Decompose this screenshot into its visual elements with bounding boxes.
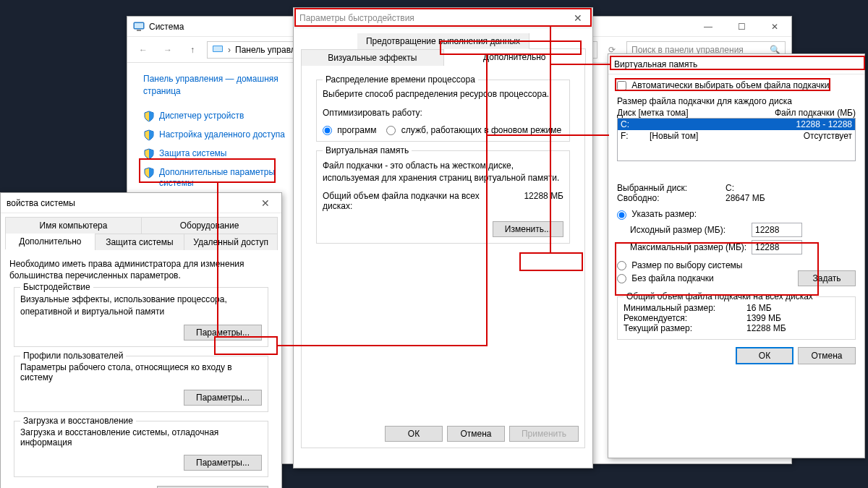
drive-row-c[interactable]: C: 12288 - 12288 <box>618 119 855 130</box>
cpu-desc: Выберите способ распределения ресурсов п… <box>323 89 563 99</box>
group-user-profiles: Профили пользователей Параметры рабочего… <box>14 356 268 412</box>
svg-rect-4 <box>213 46 222 51</box>
maximum-size-input[interactable] <box>752 240 802 254</box>
cancel-button[interactable]: Отмена <box>798 347 856 364</box>
group-performance: Быстродействие Визуальные эффекты, испол… <box>14 287 268 346</box>
admin-note: Необходимо иметь права администратора дл… <box>9 258 273 281</box>
close-button[interactable]: ✕ <box>563 9 592 27</box>
radio-system-managed[interactable]: Размер по выбору системы <box>617 260 856 270</box>
group-startup-recovery-desc: Загрузка и восстановление системы, отлад… <box>20 427 262 448</box>
shield-icon <box>143 129 155 141</box>
vm-total-value: 12288 МБ <box>524 191 563 201</box>
radio-background-services[interactable]: служб, работающих в фоновом режиме <box>386 125 561 135</box>
shield-icon <box>143 167 155 179</box>
tab-dep[interactable]: Предотвращение выполнения данных <box>357 33 529 49</box>
shield-icon <box>143 148 155 160</box>
drive-row-f[interactable]: F: [Новый том] Отсутствует <box>618 130 855 142</box>
group-startup-recovery: Загрузка и восстановление Загрузка и вос… <box>14 421 268 477</box>
performance-titlebar: Параметры быстродействия ✕ <box>294 8 592 28</box>
system-title: Система <box>149 22 184 32</box>
vm-desc: Файл подкачки - это область на жестком д… <box>323 160 563 183</box>
auto-manage-checkbox[interactable]: Автоматически выбирать объем файла подка… <box>617 80 856 90</box>
svg-rect-2 <box>137 30 141 31</box>
group-totals: Общий объем файла подкачки на всех диска… <box>617 296 856 340</box>
radio-programs[interactable]: программ <box>323 125 376 135</box>
tab-hardware[interactable]: Оборудование <box>141 217 278 234</box>
tab-remote[interactable]: Удаленный доступ <box>184 234 278 250</box>
ok-button[interactable]: ОК <box>736 347 793 364</box>
back-button[interactable]: ← <box>133 40 153 60</box>
performance-options-dialog: Параметры быстродействия ✕ Предотвращени… <box>293 7 593 468</box>
set-button[interactable]: Задать <box>798 270 856 286</box>
maximize-button[interactable]: ☐ <box>725 17 758 37</box>
svg-rect-1 <box>135 23 143 28</box>
group-virtual-memory: Виртуальная память Файл подкачки - это о… <box>316 150 570 243</box>
cancel-button[interactable]: Отмена <box>447 426 505 442</box>
selected-drive-value: C: <box>726 183 734 193</box>
vm-total-label: Общий объем файла подкачки на всех диска… <box>323 191 496 211</box>
initial-size-label: Исходный размер (МБ): <box>630 225 752 235</box>
radio-custom-size[interactable]: Указать размер: <box>617 209 856 219</box>
drive-list[interactable]: C: 12288 - 12288 F: [Новый том] Отсутств… <box>617 118 856 161</box>
radio-no-paging-file[interactable]: Без файла подкачки <box>617 273 714 283</box>
change-vm-button[interactable]: Изменить... <box>493 221 563 237</box>
minimize-button[interactable]: — <box>692 17 725 37</box>
tabs-row-1: Имя компьютера Оборудование <box>5 216 277 233</box>
computer-icon <box>133 21 145 33</box>
system-sidebar: Панель управления — домашняя страница Ди… <box>127 64 294 197</box>
vm-titlebar: Виртуальная память <box>608 54 864 74</box>
initial-size-input[interactable] <box>752 223 802 237</box>
virtual-memory-dialog: Виртуальная память Автоматически выбират… <box>608 53 865 458</box>
tab-system-protection[interactable]: Защита системы <box>95 234 185 250</box>
sidebar-item-advanced-system-settings[interactable]: Дополнительные параметры системы <box>143 167 286 189</box>
profiles-settings-button[interactable]: Параметры... <box>184 390 262 406</box>
close-button[interactable]: ✕ <box>252 195 278 211</box>
sidebar-item-system-protection[interactable]: Защита системы <box>143 148 286 160</box>
group-cpu-scheduling: Распределение времени процессора Выберит… <box>316 80 570 142</box>
per-drive-label: Размер файла подкачки для каждого диска <box>617 96 856 106</box>
shield-icon <box>143 111 155 122</box>
close-button[interactable]: ✕ <box>758 17 791 37</box>
col-drive: Диск [метка тома] <box>617 108 689 118</box>
computer-icon <box>212 44 224 56</box>
sidebar-item-remote-settings[interactable]: Настройка удаленного доступа <box>143 129 286 141</box>
up-button[interactable]: ↑ <box>182 40 203 60</box>
system-properties-titlebar: войства системы ✕ <box>1 193 281 213</box>
system-properties-dialog: войства системы ✕ Имя компьютера Оборудо… <box>0 192 282 488</box>
cpu-opt-label: Оптимизировать работу: <box>323 108 563 118</box>
performance-settings-button[interactable]: Параметры... <box>184 325 262 341</box>
ok-button[interactable]: ОК <box>385 426 443 442</box>
free-space-value: 28647 МБ <box>726 193 765 203</box>
col-size: Файл подкачки (МБ) <box>775 108 856 118</box>
group-performance-desc: Визуальные эффекты, использование процес… <box>20 294 262 317</box>
tab-advanced[interactable]: Дополнительно <box>443 48 587 65</box>
control-panel-home-link[interactable]: Панель управления — домашняя страница <box>143 73 286 98</box>
free-space-label: Свободно: <box>617 193 726 203</box>
selected-drive-label: Выбранный диск: <box>617 183 726 193</box>
startup-settings-button[interactable]: Параметры... <box>184 455 262 471</box>
tabs-row-2: Дополнительно Защита системы Удаленный д… <box>5 233 277 249</box>
forward-button[interactable]: → <box>158 40 178 60</box>
maximum-size-label: Максимальный размер (МБ): <box>630 242 752 252</box>
sidebar-item-device-manager[interactable]: Диспетчер устройств <box>143 111 286 122</box>
tab-visual-effects[interactable]: Визуальные эффекты <box>301 49 444 66</box>
tab-computer-name[interactable]: Имя компьютера <box>5 217 142 234</box>
group-user-profiles-desc: Параметры рабочего стола, относящиеся ко… <box>20 362 262 382</box>
apply-button: Применить <box>509 426 579 442</box>
tab-advanced[interactable]: Дополнительно <box>5 233 95 249</box>
